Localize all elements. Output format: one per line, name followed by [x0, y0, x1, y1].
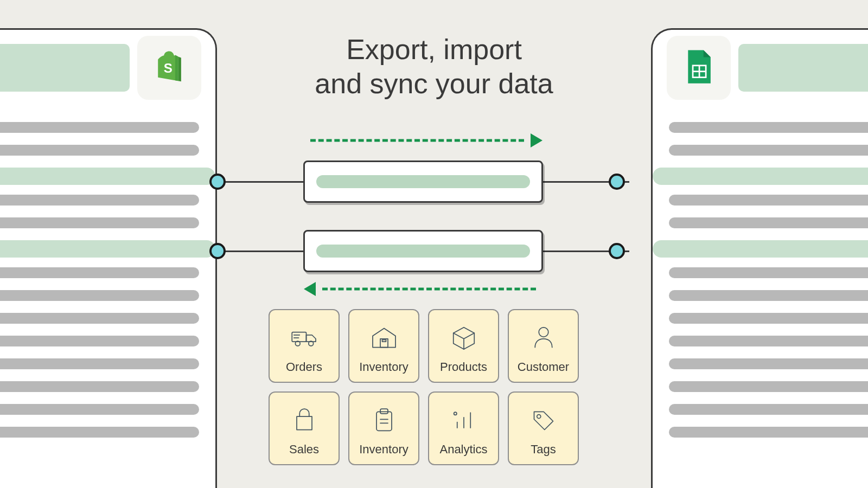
import-arrow — [304, 282, 542, 296]
tile-label: Tags — [531, 442, 556, 457]
sync-row-import — [303, 230, 543, 272]
list-item — [669, 404, 868, 415]
arrow-right-icon — [531, 133, 542, 147]
sync-row-bar — [316, 245, 530, 258]
list-item — [669, 122, 868, 133]
tile-label: Inventory — [359, 360, 409, 374]
list-item — [0, 145, 199, 156]
cube-icon — [449, 316, 479, 360]
right-header-block — [738, 44, 868, 92]
bag-icon — [289, 398, 320, 442]
right-rows — [653, 115, 868, 450]
connector-line — [217, 181, 304, 183]
tile-orders[interactable]: Orders — [269, 309, 340, 383]
tile-inventory-warehouse[interactable]: Inventory — [348, 309, 419, 383]
list-item — [0, 195, 199, 206]
list-item-highlight — [0, 168, 215, 185]
list-item — [0, 217, 199, 228]
tile-tags[interactable]: Tags — [508, 391, 579, 465]
clipboard-icon — [369, 398, 399, 442]
list-item — [669, 145, 868, 156]
list-item — [0, 427, 199, 438]
svg-text:S: S — [164, 61, 173, 75]
warehouse-icon — [369, 316, 399, 360]
tile-label: Inventory — [359, 442, 409, 457]
headline-line-1: Export, import — [346, 34, 522, 65]
svg-rect-10 — [382, 340, 386, 342]
list-item-highlight — [653, 240, 868, 258]
headline: Export, import and sync your data — [260, 33, 608, 101]
connector-line — [217, 251, 304, 252]
list-item — [669, 427, 868, 438]
tag-icon — [528, 398, 559, 442]
svg-rect-13 — [376, 412, 392, 431]
tile-label: Sales — [289, 442, 319, 457]
list-item — [0, 404, 199, 415]
tile-label: Customer — [518, 360, 569, 374]
svg-point-20 — [454, 412, 456, 415]
right-panel-header — [653, 30, 868, 106]
right-panel — [651, 28, 868, 488]
tile-label: Analytics — [439, 442, 487, 457]
person-icon — [528, 316, 559, 360]
svg-rect-4 — [292, 332, 306, 342]
left-header-block — [0, 44, 130, 92]
tile-label: Products — [440, 360, 487, 374]
list-item — [0, 122, 199, 133]
export-arrow — [304, 133, 542, 147]
svg-point-21 — [537, 415, 540, 419]
left-panel-header: S — [0, 30, 215, 106]
list-item — [669, 195, 868, 206]
google-sheets-icon — [680, 48, 718, 88]
shopify-logo-tile: S — [137, 36, 201, 100]
sync-row-bar — [316, 175, 530, 188]
sheets-logo-tile — [667, 36, 731, 100]
tile-sales[interactable]: Sales — [269, 391, 340, 465]
tile-analytics[interactable]: Analytics — [428, 391, 499, 465]
connector-node — [209, 174, 226, 190]
list-item — [669, 217, 868, 228]
list-item — [669, 336, 868, 346]
bars-icon — [449, 398, 479, 442]
list-item — [0, 290, 199, 301]
list-item — [669, 290, 868, 301]
data-type-tiles: Orders Inventory Products Customer Sales… — [269, 309, 579, 465]
list-item — [0, 381, 199, 392]
list-item — [0, 336, 199, 346]
headline-line-2: and sync your data — [315, 68, 553, 99]
tile-inventory-clipboard[interactable]: Inventory — [348, 391, 419, 465]
list-item — [0, 313, 199, 324]
list-item-highlight — [0, 240, 215, 258]
list-item — [0, 358, 199, 369]
list-item — [669, 381, 868, 392]
list-item — [0, 267, 199, 278]
tile-products[interactable]: Products — [428, 309, 499, 383]
connector-node — [609, 243, 625, 259]
truck-icon — [289, 316, 320, 360]
tile-customer[interactable]: Customer — [508, 309, 579, 383]
svg-point-12 — [539, 328, 548, 337]
arrow-left-icon — [304, 282, 316, 296]
connector-node — [209, 243, 226, 259]
connector-node — [609, 174, 625, 190]
list-item — [669, 313, 868, 324]
left-panel: S — [0, 28, 217, 488]
list-item-highlight — [653, 168, 868, 185]
tile-label: Orders — [286, 360, 322, 374]
list-item — [669, 267, 868, 278]
left-rows — [0, 115, 215, 450]
list-item — [669, 358, 868, 369]
sync-row-export — [303, 160, 543, 203]
shopify-icon: S — [150, 48, 188, 88]
